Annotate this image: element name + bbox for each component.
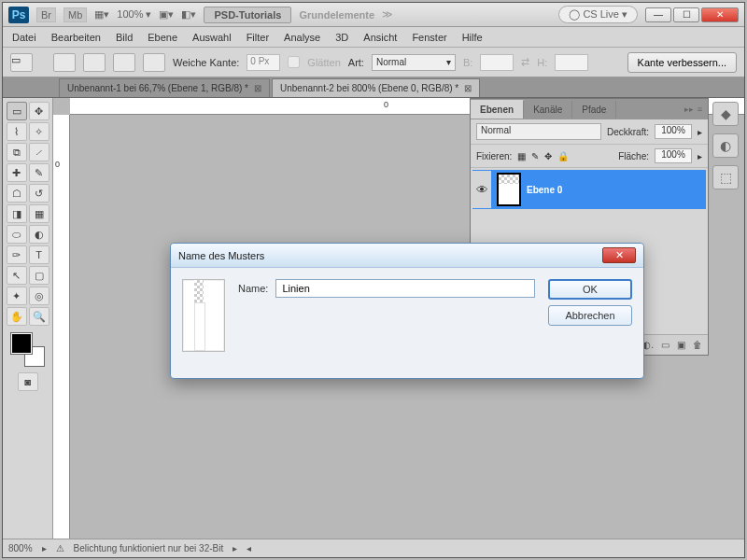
eyedropper-tool-icon[interactable]: ⟋ — [29, 143, 49, 161]
new-layer-icon[interactable]: ▣ — [677, 340, 685, 350]
menu-bild[interactable]: Bild — [116, 32, 133, 43]
menu-ebene[interactable]: Ebene — [148, 32, 177, 43]
grundelemente-label[interactable]: Grundelemente — [299, 9, 374, 21]
window-minimize-button[interactable]: — — [645, 7, 671, 22]
zoom-level[interactable]: 100% ▾ — [117, 8, 151, 21]
tab-ebenen[interactable]: Ebenen — [471, 100, 524, 119]
3d-camera-icon[interactable]: ◎ — [29, 287, 49, 305]
dialog-title: Name des Musters — [178, 250, 264, 261]
menu-fenster[interactable]: Fenster — [412, 32, 446, 43]
height-label: H: — [537, 57, 547, 68]
refine-edge-button[interactable]: Kante verbessern... — [627, 52, 737, 73]
style-dropdown[interactable]: Normal▾ — [372, 54, 456, 71]
lasso-tool-icon[interactable]: ⌇ — [7, 122, 27, 141]
quickmask-icon[interactable]: ◙ — [18, 372, 38, 391]
bridge-badge[interactable]: Br — [36, 7, 56, 22]
intersect-selection-icon[interactable] — [143, 53, 165, 72]
shape-tool-icon[interactable]: ▢ — [29, 266, 49, 285]
title-bar: Ps Br Mb ▦▾ 100% ▾ ▣▾ ◧▾ PSD-Tutorials G… — [3, 3, 744, 27]
eraser-tool-icon[interactable]: ◨ — [7, 204, 27, 223]
blend-mode-dropdown[interactable]: Normal — [476, 123, 601, 140]
antialias-checkbox[interactable] — [288, 56, 300, 68]
chevron-icon[interactable]: ▸ — [42, 543, 47, 553]
layer-thumbnail[interactable] — [497, 173, 521, 206]
dock-adjust-icon[interactable]: ◐ — [712, 133, 739, 158]
cs-live-button[interactable]: ◯ CS Live ▾ — [558, 6, 638, 23]
tab-kanaele[interactable]: Kanäle — [524, 101, 572, 119]
menu-hilfe[interactable]: Hilfe — [462, 32, 483, 43]
doc-tab-1[interactable]: Unbenannt-1 bei 66,7% (Ebene 1, RGB/8) *… — [59, 78, 270, 97]
hand-tool-icon[interactable]: ✋ — [7, 307, 27, 326]
lock-paint-icon[interactable]: ✎ — [531, 151, 539, 161]
collapse-icon[interactable]: ▸▸ — [684, 105, 694, 114]
zoom-tool-icon[interactable]: 🔍 — [29, 307, 49, 326]
doc-tab-2[interactable]: Unbenannt-2 bei 800% (Ebene 0, RGB/8) *⊠ — [272, 78, 480, 97]
hand-nav-icon[interactable]: ▣▾ — [159, 8, 174, 21]
add-selection-icon[interactable] — [83, 53, 106, 72]
opacity-field[interactable]: 100% — [655, 124, 692, 139]
pattern-name-input[interactable] — [275, 279, 535, 298]
dialog-close-button[interactable]: ✕ — [602, 247, 636, 263]
history-brush-icon[interactable]: ↺ — [29, 184, 49, 203]
window-close-button[interactable]: ✕ — [701, 7, 739, 22]
tab-pfade[interactable]: Pfade — [572, 101, 616, 119]
ruler-vertical: 0 — [53, 115, 70, 539]
crop-tool-icon[interactable]: ⧉ — [7, 143, 27, 161]
brush-tool-icon[interactable]: ✎ — [29, 163, 49, 182]
status-zoom[interactable]: 800% — [8, 543, 33, 553]
dodge-tool-icon[interactable]: ◐ — [29, 225, 49, 244]
move-tool-icon[interactable]: ✥ — [29, 102, 49, 120]
dock-styles-icon[interactable]: ⬚ — [712, 165, 739, 189]
chevron-icon[interactable]: ▸ — [698, 127, 702, 137]
fg-color-swatch[interactable] — [11, 333, 32, 354]
new-selection-icon[interactable] — [53, 53, 76, 72]
psd-tutorials-panel[interactable]: PSD-Tutorials — [204, 7, 291, 23]
cancel-button[interactable]: Abbrechen — [548, 305, 632, 326]
panel-menu-icon[interactable]: ≡ — [698, 105, 702, 114]
subtract-selection-icon[interactable] — [113, 53, 135, 72]
chevron-right-icon[interactable]: ≫ — [382, 8, 393, 21]
menu-bearbeiten[interactable]: Bearbeiten — [51, 32, 101, 43]
lock-move-icon[interactable]: ✥ — [544, 151, 552, 161]
pen-tool-icon[interactable]: ✑ — [7, 245, 27, 264]
layer-row[interactable]: 👁 Ebene 0 — [472, 170, 706, 209]
view-controls-icon[interactable]: ▦▾ — [94, 8, 109, 21]
heal-tool-icon[interactable]: ✚ — [7, 163, 27, 182]
wand-tool-icon[interactable]: ✧ — [29, 122, 49, 141]
color-swatches[interactable] — [11, 333, 45, 367]
lock-all-icon[interactable]: 🔒 — [557, 151, 569, 161]
dock-layers-icon[interactable]: ◆ — [712, 102, 739, 126]
trash-icon[interactable]: 🗑 — [693, 340, 702, 350]
menu-datei[interactable]: Datei — [12, 32, 36, 43]
tool-preset-icon[interactable]: ▭ — [10, 53, 33, 72]
ok-button[interactable]: OK — [548, 279, 632, 300]
group-icon[interactable]: ▭ — [661, 340, 669, 350]
window-maximize-button[interactable]: ☐ — [673, 7, 699, 22]
fill-field[interactable]: 100% — [655, 148, 692, 163]
3d-tool-icon[interactable]: ✦ — [7, 287, 27, 305]
feather-field[interactable]: 0 Px — [247, 54, 280, 71]
menu-3d[interactable]: 3D — [335, 32, 348, 43]
type-tool-icon[interactable]: T — [29, 245, 49, 264]
lock-trans-icon[interactable]: ▦ — [517, 151, 526, 161]
status-bar: 800% ▸ ⚠ Belichtung funktioniert nur bei… — [3, 539, 744, 557]
screen-mode-icon[interactable]: ◧▾ — [181, 8, 196, 21]
lock-label: Fixieren: — [476, 151, 512, 161]
gradient-tool-icon[interactable]: ▦ — [29, 204, 49, 223]
layer-name[interactable]: Ebene 0 — [527, 185, 562, 195]
close-icon[interactable]: ⊠ — [464, 83, 472, 93]
chevron-icon[interactable]: ▸ — [698, 151, 702, 161]
blur-tool-icon[interactable]: ⬭ — [7, 225, 27, 244]
menu-analyse[interactable]: Analyse — [284, 32, 320, 43]
close-icon[interactable]: ⊠ — [254, 83, 261, 93]
menu-auswahl[interactable]: Auswahl — [192, 32, 232, 43]
chevron-icon[interactable]: ▸ — [233, 543, 237, 553]
minibridge-badge[interactable]: Mb — [63, 7, 87, 22]
menu-ansicht[interactable]: Ansicht — [363, 32, 397, 43]
chevron-left-icon[interactable]: ◂ — [247, 543, 251, 553]
marquee-tool-icon[interactable]: ▭ — [7, 102, 27, 120]
visibility-icon[interactable]: 👁 — [472, 171, 491, 208]
menu-filter[interactable]: Filter — [247, 32, 269, 43]
stamp-tool-icon[interactable]: ☖ — [7, 184, 27, 203]
path-tool-icon[interactable]: ↖ — [7, 266, 27, 285]
